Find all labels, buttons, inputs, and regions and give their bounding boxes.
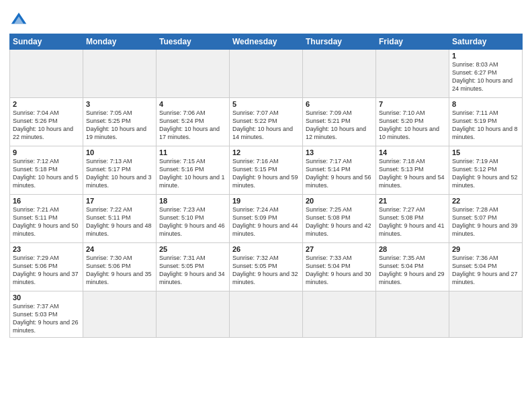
day-info: Sunrise: 7:28 AM Sunset: 5:07 PM Dayligh…: [452, 205, 519, 238]
calendar-day-cell: [83, 291, 157, 338]
day-info: Sunrise: 7:19 AM Sunset: 5:12 PM Dayligh…: [452, 157, 519, 190]
day-info: Sunrise: 7:06 AM Sunset: 5:24 PM Dayligh…: [159, 109, 226, 142]
day-number: 23: [13, 245, 80, 253]
day-number: 6: [306, 100, 373, 108]
calendar-table: SundayMondayTuesdayWednesdayThursdayFrid…: [9, 34, 523, 338]
calendar-week-row: 23Sunrise: 7:29 AM Sunset: 5:06 PM Dayli…: [10, 243, 523, 291]
day-number: 11: [159, 148, 226, 156]
day-info: Sunrise: 7:31 AM Sunset: 5:05 PM Dayligh…: [159, 254, 226, 287]
day-number: 20: [306, 197, 373, 205]
calendar-header-cell: Thursday: [303, 34, 376, 50]
calendar-day-cell: 12Sunrise: 7:16 AM Sunset: 5:15 PM Dayli…: [230, 146, 303, 195]
calendar-day-cell: 19Sunrise: 7:24 AM Sunset: 5:09 PM Dayli…: [230, 195, 303, 243]
day-info: Sunrise: 7:05 AM Sunset: 5:25 PM Dayligh…: [86, 109, 153, 142]
day-number: 30: [13, 293, 80, 302]
day-info: Sunrise: 7:21 AM Sunset: 5:11 PM Dayligh…: [13, 205, 80, 238]
day-info: Sunrise: 7:15 AM Sunset: 5:16 PM Dayligh…: [159, 157, 226, 190]
calendar-day-cell: 4Sunrise: 7:06 AM Sunset: 5:24 PM Daylig…: [157, 98, 230, 146]
logo: [9, 11, 31, 30]
day-info: Sunrise: 7:36 AM Sunset: 5:04 PM Dayligh…: [452, 254, 519, 287]
day-number: 18: [159, 197, 226, 205]
calendar-day-cell: 15Sunrise: 7:19 AM Sunset: 5:12 PM Dayli…: [449, 146, 523, 195]
calendar-day-cell: [157, 291, 230, 338]
calendar-week-row: 9Sunrise: 7:12 AM Sunset: 5:18 PM Daylig…: [10, 146, 523, 195]
day-number: 15: [452, 148, 519, 156]
day-number: 29: [452, 245, 519, 253]
calendar-day-cell: 28Sunrise: 7:35 AM Sunset: 5:04 PM Dayli…: [376, 243, 449, 291]
calendar-day-cell: 2Sunrise: 7:04 AM Sunset: 5:26 PM Daylig…: [10, 98, 83, 146]
day-number: 22: [452, 197, 519, 205]
day-info: Sunrise: 8:03 AM Sunset: 6:27 PM Dayligh…: [452, 60, 519, 93]
calendar-day-cell: 29Sunrise: 7:36 AM Sunset: 5:04 PM Dayli…: [449, 243, 523, 291]
calendar-day-cell: [230, 50, 303, 98]
day-info: Sunrise: 7:18 AM Sunset: 5:13 PM Dayligh…: [379, 157, 446, 190]
day-number: 16: [13, 197, 80, 205]
day-number: 14: [379, 148, 446, 156]
logo-icon: [9, 11, 28, 30]
calendar-day-cell: 20Sunrise: 7:25 AM Sunset: 5:08 PM Dayli…: [303, 195, 376, 243]
day-number: 4: [159, 100, 226, 108]
calendar-day-cell: [230, 291, 303, 338]
day-info: Sunrise: 7:24 AM Sunset: 5:09 PM Dayligh…: [232, 205, 300, 238]
day-info: Sunrise: 7:10 AM Sunset: 5:20 PM Dayligh…: [379, 109, 446, 142]
day-info: Sunrise: 7:33 AM Sunset: 5:04 PM Dayligh…: [306, 254, 373, 287]
day-number: 19: [232, 197, 300, 205]
calendar-header-cell: Friday: [376, 34, 449, 50]
calendar-day-cell: 3Sunrise: 7:05 AM Sunset: 5:25 PM Daylig…: [83, 98, 157, 146]
calendar-day-cell: 21Sunrise: 7:27 AM Sunset: 5:08 PM Dayli…: [376, 195, 449, 243]
calendar-week-row: 2Sunrise: 7:04 AM Sunset: 5:26 PM Daylig…: [10, 98, 523, 146]
day-info: Sunrise: 7:22 AM Sunset: 5:11 PM Dayligh…: [86, 205, 153, 238]
day-info: Sunrise: 7:11 AM Sunset: 5:19 PM Dayligh…: [452, 109, 519, 142]
day-info: Sunrise: 7:37 AM Sunset: 5:03 PM Dayligh…: [13, 302, 80, 335]
calendar-day-cell: 1Sunrise: 8:03 AM Sunset: 6:27 PM Daylig…: [449, 50, 523, 98]
calendar-day-cell: [83, 50, 157, 98]
calendar-day-cell: 30Sunrise: 7:37 AM Sunset: 5:03 PM Dayli…: [10, 291, 83, 338]
day-number: 21: [379, 197, 446, 205]
calendar-header-cell: Sunday: [10, 34, 83, 50]
calendar-day-cell: 25Sunrise: 7:31 AM Sunset: 5:05 PM Dayli…: [157, 243, 230, 291]
day-number: 13: [306, 148, 373, 156]
day-info: Sunrise: 7:04 AM Sunset: 5:26 PM Dayligh…: [13, 109, 80, 142]
calendar-day-cell: 24Sunrise: 7:30 AM Sunset: 5:06 PM Dayli…: [83, 243, 157, 291]
day-info: Sunrise: 7:09 AM Sunset: 5:21 PM Dayligh…: [306, 109, 373, 142]
calendar-day-cell: 5Sunrise: 7:07 AM Sunset: 5:22 PM Daylig…: [230, 98, 303, 146]
calendar-day-cell: [303, 291, 376, 338]
day-number: 5: [232, 100, 300, 108]
calendar-day-cell: 13Sunrise: 7:17 AM Sunset: 5:14 PM Dayli…: [303, 146, 376, 195]
day-number: 24: [86, 245, 153, 253]
day-number: 3: [86, 100, 153, 108]
calendar-day-cell: 8Sunrise: 7:11 AM Sunset: 5:19 PM Daylig…: [449, 98, 523, 146]
day-number: 10: [86, 148, 153, 156]
day-number: 7: [379, 100, 446, 108]
calendar-day-cell: 23Sunrise: 7:29 AM Sunset: 5:06 PM Dayli…: [10, 243, 83, 291]
day-number: 27: [306, 245, 373, 253]
day-info: Sunrise: 7:16 AM Sunset: 5:15 PM Dayligh…: [232, 157, 300, 190]
day-info: Sunrise: 7:30 AM Sunset: 5:06 PM Dayligh…: [86, 254, 153, 287]
calendar-day-cell: 9Sunrise: 7:12 AM Sunset: 5:18 PM Daylig…: [10, 146, 83, 195]
day-number: 8: [452, 100, 519, 108]
calendar-body: 1Sunrise: 8:03 AM Sunset: 6:27 PM Daylig…: [10, 50, 523, 338]
day-number: 12: [232, 148, 300, 156]
day-info: Sunrise: 7:23 AM Sunset: 5:10 PM Dayligh…: [159, 205, 226, 238]
calendar-day-cell: 18Sunrise: 7:23 AM Sunset: 5:10 PM Dayli…: [157, 195, 230, 243]
calendar-week-row: 30Sunrise: 7:37 AM Sunset: 5:03 PM Dayli…: [10, 291, 523, 338]
day-number: 9: [13, 148, 80, 156]
day-number: 2: [13, 100, 80, 108]
calendar-day-cell: 6Sunrise: 7:09 AM Sunset: 5:21 PM Daylig…: [303, 98, 376, 146]
day-info: Sunrise: 7:17 AM Sunset: 5:14 PM Dayligh…: [306, 157, 373, 190]
calendar-header-cell: Wednesday: [230, 34, 303, 50]
day-number: 25: [159, 245, 226, 253]
calendar-day-cell: 22Sunrise: 7:28 AM Sunset: 5:07 PM Dayli…: [449, 195, 523, 243]
day-info: Sunrise: 7:29 AM Sunset: 5:06 PM Dayligh…: [13, 254, 80, 287]
calendar-day-cell: [376, 50, 449, 98]
calendar-week-row: 1Sunrise: 8:03 AM Sunset: 6:27 PM Daylig…: [10, 50, 523, 98]
day-info: Sunrise: 7:07 AM Sunset: 5:22 PM Dayligh…: [232, 109, 300, 142]
day-info: Sunrise: 7:12 AM Sunset: 5:18 PM Dayligh…: [13, 157, 80, 190]
calendar-header-cell: Saturday: [449, 34, 523, 50]
calendar-day-cell: [10, 50, 83, 98]
calendar-day-cell: 14Sunrise: 7:18 AM Sunset: 5:13 PM Dayli…: [376, 146, 449, 195]
day-number: 28: [379, 245, 446, 253]
calendar-day-cell: 26Sunrise: 7:32 AM Sunset: 5:05 PM Dayli…: [230, 243, 303, 291]
day-number: 17: [86, 197, 153, 205]
header: [9, 7, 523, 30]
